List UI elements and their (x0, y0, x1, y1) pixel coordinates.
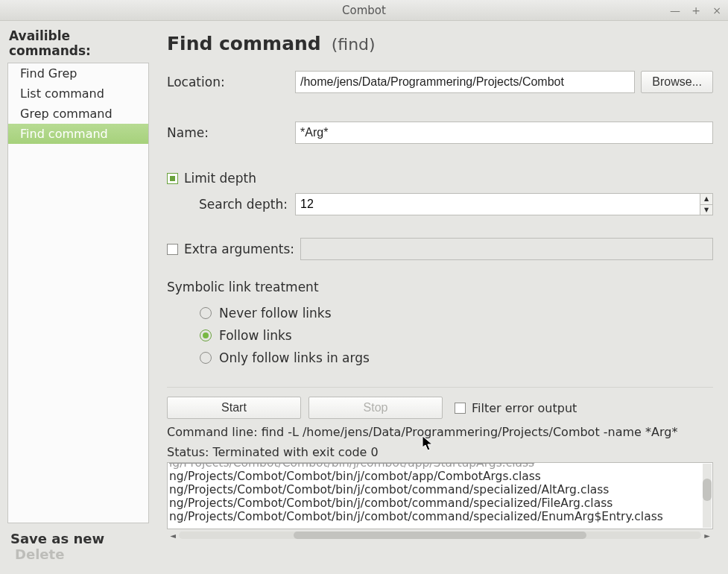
sidebar-heading: Availible commands: (7, 27, 149, 61)
window-title: Combot (342, 4, 386, 17)
output-line: ng/Projects/Combot/Combot/bin/j/combot/c… (169, 510, 702, 523)
symlink-option-0[interactable]: Never follow links (200, 302, 713, 324)
location-label: Location: (167, 75, 295, 89)
radio-label: Only follow links in args (219, 350, 370, 365)
output-area[interactable]: ig/Projects/Combot/Combot/bin/j/combot/a… (167, 462, 713, 529)
maximize-icon[interactable]: + (689, 0, 703, 21)
name-label: Name: (167, 125, 295, 140)
app-window: Combot — + × Availible commands: Find Gr… (0, 0, 728, 574)
limit-depth-checkbox[interactable] (167, 173, 178, 184)
symlink-heading: Symbolic link treatment (167, 280, 713, 294)
sidebar: Availible commands: Find GrepList comman… (0, 21, 149, 574)
output-line: ng/Projects/Combot/Combot/bin/j/combot/c… (169, 483, 702, 496)
scroll-left-icon[interactable]: ◄ (167, 530, 179, 540)
radio-icon[interactable] (200, 329, 212, 341)
main-panel: Find command (find) Location: Browse... … (149, 21, 728, 574)
radio-icon[interactable] (200, 307, 212, 319)
page-title: Find command (167, 33, 321, 54)
sidebar-item-2[interactable]: Grep command (8, 104, 148, 124)
sidebar-item-0[interactable]: Find Grep (8, 63, 148, 83)
titlebar: Combot — + × (0, 0, 728, 21)
radio-icon[interactable] (200, 352, 212, 364)
search-depth-label: Search depth: (167, 197, 295, 212)
limit-depth-label: Limit depth (184, 171, 256, 186)
delete-button: Delete (15, 546, 64, 562)
save-as-new-button[interactable]: Save as new (10, 531, 104, 546)
page-subtitle: (find) (332, 35, 376, 54)
radio-label: Never follow links (219, 306, 332, 321)
vertical-scrollbar[interactable] (703, 464, 712, 528)
sidebar-item-1[interactable]: List command (8, 83, 148, 104)
scroll-right-icon[interactable]: ► (701, 530, 713, 540)
output-line: ng/Projects/Combot/Combot/bin/j/combot/a… (169, 470, 702, 483)
filter-error-checkbox[interactable] (455, 403, 466, 414)
spin-down-icon[interactable]: ▼ (700, 204, 713, 216)
output-line: ng/Projects/Combot/Combot/bin/j/combot/c… (169, 496, 702, 510)
extra-args-checkbox[interactable] (167, 244, 178, 255)
output-line: ig/Projects/Combot/Combot/bin/j/combot/a… (169, 462, 702, 470)
minimize-icon[interactable]: — (668, 0, 682, 21)
name-input[interactable] (295, 122, 713, 144)
spin-up-icon[interactable]: ▲ (700, 193, 713, 204)
commandline-label: Command line: (167, 425, 262, 439)
sidebar-item-3[interactable]: Find command (8, 124, 148, 144)
symlink-option-2[interactable]: Only follow links in args (200, 347, 713, 369)
horizontal-scrollbar[interactable] (179, 532, 701, 539)
commands-list[interactable]: Find GrepList commandGrep commandFind co… (7, 63, 149, 523)
filter-error-label: Filter error output (472, 401, 577, 415)
commandline-value: find -L /home/jens/Data/Programmering/Pr… (262, 425, 678, 439)
start-button[interactable]: Start (167, 397, 301, 419)
close-icon[interactable]: × (710, 0, 724, 21)
search-depth-input[interactable] (295, 193, 700, 215)
symlink-option-1[interactable]: Follow links (200, 324, 713, 347)
radio-label: Follow links (219, 328, 292, 343)
status-value: Terminated with exit code 0 (212, 445, 378, 459)
stop-button: Stop (308, 397, 443, 419)
symlink-radio-group: Never follow linksFollow linksOnly follo… (200, 302, 713, 369)
extra-args-label: Extra arguments: (184, 242, 294, 256)
status-label: Status: (167, 445, 212, 459)
extra-args-input[interactable] (300, 238, 713, 260)
browse-button[interactable]: Browse... (641, 71, 713, 93)
location-input[interactable] (295, 71, 635, 93)
